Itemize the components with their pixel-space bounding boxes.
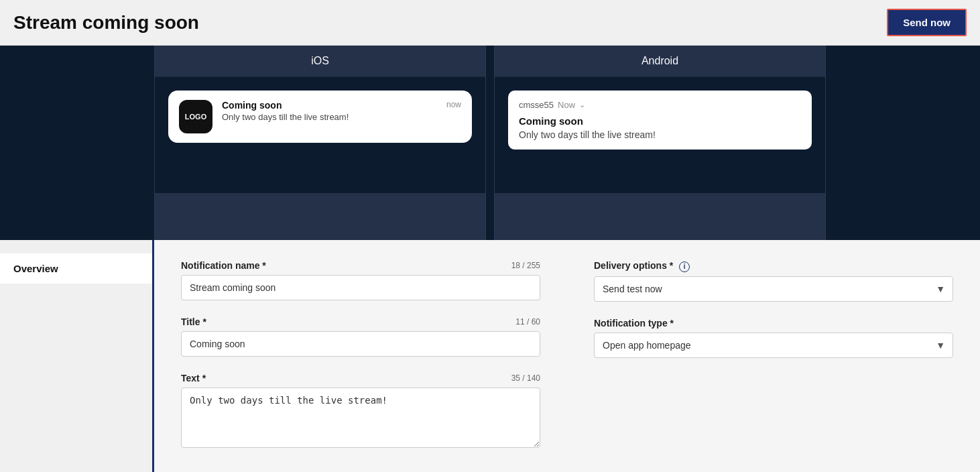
preview-sidebar-left: [0, 46, 154, 240]
notification-name-input[interactable]: [181, 275, 540, 300]
delivery-options-field-group: Delivery options * i Send test now ▼: [594, 260, 953, 302]
delivery-options-label: Delivery options * i: [594, 260, 690, 272]
ios-card-text: Coming soon Only two days till the live …: [222, 100, 461, 122]
notification-type-select-wrapper: Open app homepage ▼: [594, 333, 953, 358]
title-field-group: Title * 11 / 60: [181, 316, 540, 357]
preview-area: iOS LOGO Coming soon Only two days till …: [0, 46, 980, 240]
ios-card-time: now: [446, 100, 461, 109]
delivery-info-icon[interactable]: i: [679, 261, 690, 272]
text-textarea[interactable]: [181, 388, 540, 448]
notification-type-field-group: Notification type * Open app homepage ▼: [594, 318, 953, 358]
ios-panel-bottom: [155, 193, 485, 240]
right-area: Delivery options * i Send test now ▼ Not…: [567, 240, 980, 472]
page-title: Stream coming soon: [13, 12, 199, 34]
main-content: Overview Notification name * 18 / 255 Ti…: [0, 240, 980, 472]
android-card-app-row: cmsse55 Now ⌄: [519, 100, 801, 110]
notification-name-field-group: Notification name * 18 / 255: [181, 260, 540, 300]
title-input[interactable]: [181, 331, 540, 357]
delivery-options-label-row: Delivery options * i: [594, 260, 953, 272]
text-count: 35 / 140: [511, 373, 540, 383]
ios-panel-header: iOS: [155, 46, 485, 77]
android-chevron-icon: ⌄: [579, 101, 585, 109]
preview-sidebar-right: [826, 46, 980, 240]
preview-divider: [486, 46, 494, 240]
text-label-row: Text * 35 / 140: [181, 373, 540, 384]
android-notification-card: cmsse55 Now ⌄ Coming soon Only two days …: [508, 91, 812, 150]
notification-type-label-row: Notification type *: [594, 318, 953, 329]
android-panel-content: cmsse55 Now ⌄ Coming soon Only two days …: [495, 77, 825, 193]
ios-panel-content: LOGO Coming soon Only two days till the …: [155, 77, 485, 193]
left-sidebar: Overview: [0, 240, 154, 472]
notification-name-label: Notification name *: [181, 260, 266, 271]
android-app-time: Now: [558, 100, 575, 110]
notification-name-label-row: Notification name * 18 / 255: [181, 260, 540, 271]
ios-notification-card: LOGO Coming soon Only two days till the …: [168, 91, 472, 143]
text-label: Text *: [181, 373, 206, 384]
android-panel-header: Android: [495, 46, 825, 77]
title-label: Title *: [181, 316, 206, 327]
notification-name-count: 18 / 255: [511, 261, 540, 270]
header: Stream coming soon Send now: [0, 0, 980, 46]
sidebar-item-overview[interactable]: Overview: [0, 253, 152, 284]
android-card-title: Coming soon: [519, 115, 801, 127]
ios-panel: iOS LOGO Coming soon Only two days till …: [154, 46, 486, 240]
delivery-options-select[interactable]: Send test now: [594, 276, 953, 302]
title-count: 11 / 60: [515, 317, 540, 327]
form-area: Notification name * 18 / 255 Title * 11 …: [154, 240, 567, 472]
title-label-row: Title * 11 / 60: [181, 316, 540, 327]
android-panel: Android cmsse55 Now ⌄ Coming soon Only t…: [494, 46, 826, 240]
ios-card-title: Coming soon: [222, 100, 461, 111]
ios-card-body: Only two days till the live stream!: [222, 112, 461, 122]
ios-app-logo: LOGO: [179, 100, 212, 133]
android-card-body: Only two days till the live stream!: [519, 129, 801, 140]
send-now-button[interactable]: Send now: [887, 9, 967, 36]
android-app-name: cmsse55: [519, 100, 554, 110]
notification-type-label: Notification type *: [594, 318, 674, 329]
android-panel-bottom: [495, 193, 825, 240]
delivery-options-select-wrapper: Send test now ▼: [594, 276, 953, 302]
text-field-group: Text * 35 / 140: [181, 373, 540, 451]
notification-type-select[interactable]: Open app homepage: [594, 333, 953, 358]
